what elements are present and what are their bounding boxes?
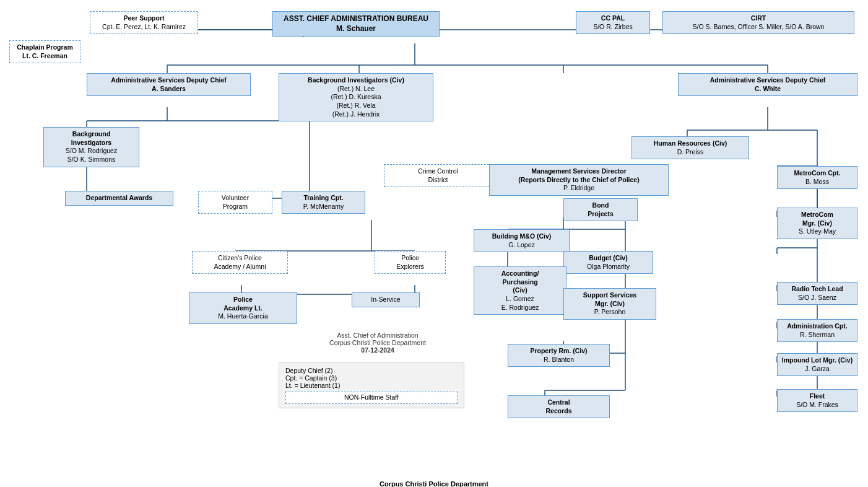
support-services-mgr-node: Support ServicesMgr. (Civ) P. Persohn: [563, 288, 656, 320]
footer-text-node: Asst. Chief of AdministrationCorpus Chri…: [279, 331, 477, 354]
impound-lot-mgr-name: J. Garza: [805, 365, 830, 372]
citizens-police-academy-node: Citizen's PoliceAcademy / Alumni: [192, 251, 288, 274]
cc-pal-name: S/O R. Zirbes: [593, 23, 633, 30]
chaplain-program-box: Chaplain Program Lt. C. Freeman: [9, 40, 80, 63]
metrocom-mgr-node: MetroComMgr. (Civ) S. Utley-May: [777, 208, 857, 239]
page: Chaplain Program Lt. C. Freeman Peer Sup…: [0, 0, 868, 487]
central-records-title: CentralRecords: [545, 398, 571, 415]
bg-investigators-civ-title: Background Investigators (Civ): [308, 76, 404, 84]
radio-tech-lead-title: Radio Tech Lead: [791, 285, 843, 292]
admin-deputy-sanders-box: Administrative Services Deputy Chief A. …: [87, 73, 251, 96]
asst-chief-title: ASST. CHIEF ADMINISTRATION BUREAU: [284, 14, 428, 23]
footer-date: 07-12-2024: [361, 346, 394, 354]
cc-pal-box: CC PAL S/O R. Zirbes: [576, 11, 650, 34]
budget-civ-node: Budget (Civ) Olga Plomarity: [563, 251, 653, 274]
bond-projects-node: BondProjects: [563, 198, 638, 221]
crime-control-district-label: Crime ControlDistrict: [418, 167, 458, 183]
property-rm-title: Property Rm. (Civ): [530, 347, 587, 354]
asst-chief-node: ASST. CHIEF ADMINISTRATION BUREAU M. Sch…: [272, 11, 440, 37]
budget-civ-title: Budget (Civ): [589, 254, 627, 261]
legend-line3: Lt. = Lieutenant (1): [285, 382, 458, 389]
cc-pal-title: CC PAL: [601, 14, 625, 22]
peer-support-names: Cpt. E. Perez, Lt. K. Ramirez: [102, 23, 186, 30]
budget-civ-name: Olga Plomarity: [587, 263, 630, 270]
admin-deputy-sanders-name: A. Sanders: [152, 85, 186, 92]
volunteer-program-box: VolunteerProgram: [198, 191, 272, 214]
in-service-label: In-Service: [371, 296, 400, 303]
in-service-node: In-Service: [352, 292, 420, 307]
org-chart: Chaplain Program Lt. C. Freeman Peer Sup…: [6, 6, 862, 477]
footer-line1: Asst. Chief of AdministrationCorpus Chri…: [329, 331, 426, 346]
administration-cpt-node: Administration Cpt. R. Sherman: [777, 319, 857, 342]
metrocom-mgr-box: MetroComMgr. (Civ) S. Utley-May: [777, 208, 857, 239]
management-services-name: P. Eldridge: [563, 184, 594, 191]
citizens-police-academy-label: Citizen's PoliceAcademy / Alumni: [214, 254, 266, 270]
radio-tech-lead-box: Radio Tech Lead S/O J. Saenz: [777, 282, 857, 305]
cirt-names: S/O S. Barnes, Officer S. Miller, S/O A.…: [693, 23, 825, 30]
admin-deputy-white-name: C. White: [755, 85, 781, 92]
police-academy-lt-title: PoliceAcademy Lt.: [224, 296, 262, 312]
police-academy-lt-node: PoliceAcademy Lt. M. Huerta-Garcia: [189, 292, 297, 324]
support-services-mgr-box: Support ServicesMgr. (Civ) P. Persohn: [563, 288, 656, 320]
cc-pal-node: CC PAL S/O R. Zirbes: [576, 11, 650, 34]
building-mo-box: Building M&O (Civ) G. Lopez: [474, 229, 570, 252]
management-services-title: Management Services Director(Reports Dir…: [518, 167, 639, 183]
chaplain-program-node: Chaplain Program Lt. C. Freeman: [9, 40, 80, 63]
management-services-node: Management Services Director(Reports Dir…: [489, 164, 669, 196]
police-explorers-node: PoliceExplorers: [375, 251, 446, 274]
accounting-purchasing-box: Accounting/Purchasing(Civ) L. GomezE. Ro…: [474, 266, 566, 315]
radio-tech-lead-node: Radio Tech Lead S/O J. Saenz: [777, 282, 857, 305]
property-rm-node: Property Rm. (Civ) R. Blanton: [508, 344, 610, 367]
administration-cpt-name: R. Sherman: [800, 331, 835, 338]
bond-projects-title: BondProjects: [588, 201, 613, 217]
metrocom-cpt-box: MetroCom Cpt. B. Moss: [777, 166, 857, 189]
building-mo-title: Building M&O (Civ): [492, 232, 552, 240]
admin-deputy-sanders-title: Administrative Services Deputy Chief: [111, 76, 227, 84]
cirt-node: CIRT S/O S. Barnes, Officer S. Miller, S…: [662, 11, 854, 34]
bottom-footer: Corpus Christi Police Department 321 Joh…: [6, 480, 862, 487]
crime-control-district-node: Crime ControlDistrict: [384, 164, 492, 187]
training-cpt-node: Training Cpt. P. McMenamy: [282, 191, 365, 214]
human-resources-node: Human Resources (Civ) D. Preiss: [631, 136, 749, 159]
chaplain-program-title: Chaplain Program Lt. C. Freeman: [17, 43, 72, 59]
impound-lot-mgr-node: Impound Lot Mgr. (Civ) J. Garza: [777, 353, 857, 376]
fleet-node: Fleet S/O M. Frakes: [777, 389, 857, 412]
asst-chief-name: M. Schauer: [336, 24, 376, 33]
legend-node: Deputy Chief (2) Cpt. = Captain (3) Lt. …: [279, 362, 464, 408]
human-resources-name: D. Preiss: [677, 148, 704, 156]
bg-investigators-civ-box: Background Investigators (Civ) (Ret.) N.…: [279, 73, 433, 121]
training-cpt-title: Training Cpt.: [303, 194, 343, 201]
accounting-purchasing-node: Accounting/Purchasing(Civ) L. GomezE. Ro…: [474, 266, 566, 315]
peer-support-title: Peer Support: [124, 14, 165, 22]
metrocom-cpt-title: MetroCom Cpt.: [794, 169, 840, 177]
departmental-awards-node: Departmental Awards: [65, 191, 173, 206]
administration-cpt-title: Administration Cpt.: [787, 322, 847, 330]
bg-investigators-civ-node: Background Investigators (Civ) (Ret.) N.…: [279, 73, 433, 121]
accounting-purchasing-names: L. GomezE. Rodriguez: [501, 295, 539, 311]
building-mo-node: Building M&O (Civ) G. Lopez: [474, 229, 570, 252]
volunteer-program-label: VolunteerProgram: [222, 194, 249, 210]
footer-text: Asst. Chief of AdministrationCorpus Chri…: [279, 331, 477, 354]
legend-non-fulltime-box: NON-Fulltime Staff: [285, 392, 458, 404]
peer-support-node: Peer Support Cpt. E. Perez, Lt. K. Ramir…: [90, 11, 198, 34]
police-explorers-box: PoliceExplorers: [375, 251, 446, 274]
citizens-police-academy-box: Citizen's PoliceAcademy / Alumni: [192, 251, 288, 274]
admin-deputy-sanders-node: Administrative Services Deputy Chief A. …: [87, 73, 251, 96]
metrocom-cpt-name: B. Moss: [805, 178, 829, 185]
property-rm-name: R. Blanton: [544, 356, 574, 363]
bg-investigators-left-names: S/O M. RodriguezS/O K. Simmons: [66, 147, 117, 163]
fleet-box: Fleet S/O M. Frakes: [777, 389, 857, 412]
fleet-name: S/O M. Frakes: [796, 401, 838, 408]
central-records-box: CentralRecords: [508, 395, 610, 418]
administration-cpt-box: Administration Cpt. R. Sherman: [777, 319, 857, 342]
bg-investigators-civ-names: (Ret.) N. Lee(Ret.) D. Kureska(Ret.) R. …: [331, 85, 381, 118]
accounting-purchasing-title: Accounting/Purchasing(Civ): [501, 270, 539, 294]
bg-investigators-left-title: BackgroundInvestigators: [71, 130, 111, 146]
radio-tech-lead-name: S/O J. Saenz: [798, 294, 836, 301]
fleet-title: Fleet: [810, 392, 825, 400]
building-mo-name: G. Lopez: [508, 241, 535, 248]
metrocom-mgr-name: S. Utley-May: [799, 227, 836, 235]
cirt-box: CIRT S/O S. Barnes, Officer S. Miller, S…: [662, 11, 854, 34]
admin-deputy-white-box: Administrative Services Deputy Chief C. …: [678, 73, 857, 96]
volunteer-program-node: VolunteerProgram: [198, 191, 272, 214]
